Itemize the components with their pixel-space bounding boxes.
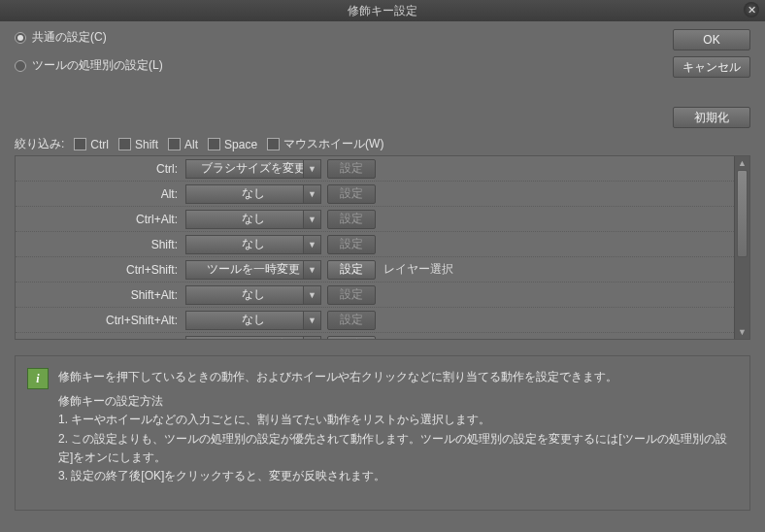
checkbox-icon [74, 138, 86, 150]
binding-set-button: 設定 [327, 210, 376, 229]
binding-row: Space:ツールを一時変更▼設定手のひら [16, 333, 734, 339]
scroll-thumb[interactable] [737, 170, 748, 257]
binding-set-button: 設定 [327, 285, 376, 305]
filter-alt-checkbox[interactable]: Alt [168, 138, 198, 151]
chevron-down-icon: ▼ [303, 286, 320, 304]
binding-set-button: 設定 [327, 235, 376, 254]
checkbox-icon [168, 138, 181, 150]
bindings-table: Ctrl:ブラシサイズを変更▼設定Alt:なし▼設定Ctrl+Alt:なし▼設定… [15, 155, 750, 340]
window-title: 修飾キー設定 [0, 3, 765, 19]
chevron-down-icon: ▼ [303, 261, 320, 279]
radio-common-settings[interactable]: 共通の設定(C) [15, 29, 750, 46]
chevron-down-icon: ▼ [303, 211, 320, 228]
binding-row: Alt:なし▼設定 [16, 182, 734, 207]
filter-row: 絞り込み: Ctrl Shift Alt Space マウスホイール(W) [15, 136, 383, 152]
chevron-down-icon: ▼ [303, 312, 320, 329]
binding-action-dropdown[interactable]: なし▼ [185, 311, 321, 330]
dropdown-value: なし [190, 185, 316, 202]
chevron-down-icon: ▼ [303, 185, 320, 203]
binding-extra-label: レイヤー選択 [383, 261, 453, 278]
scrollbar[interactable]: ▲ ▼ [734, 156, 749, 339]
radio-indicator-icon [15, 60, 26, 72]
ok-button[interactable]: OK [673, 29, 750, 50]
binding-action-dropdown[interactable]: なし▼ [185, 184, 321, 204]
binding-key-label: Ctrl+Alt: [16, 213, 185, 226]
chevron-down-icon: ▼ [303, 337, 320, 340]
binding-set-button: 設定 [327, 159, 376, 179]
binding-key-label: Ctrl+Shift+Alt: [16, 314, 185, 327]
dropdown-value: なし [190, 211, 316, 227]
info-icon: i [27, 368, 49, 389]
binding-row: Ctrl+Shift+Alt:なし▼設定 [16, 308, 734, 333]
binding-set-button: 設定 [327, 311, 376, 330]
radio-per-tool-settings[interactable]: ツールの処理別の設定(L) [15, 57, 750, 74]
chevron-down-icon: ▼ [303, 236, 320, 253]
checkbox-icon [118, 138, 131, 150]
binding-row: Ctrl+Alt:なし▼設定 [16, 207, 734, 232]
binding-row: Shift+Alt:なし▼設定 [16, 283, 734, 308]
binding-set-button: 設定 [327, 184, 376, 204]
binding-row: Ctrl+Shift:ツールを一時変更▼設定レイヤー選択 [16, 257, 734, 283]
binding-set-button[interactable]: 設定 [327, 336, 376, 340]
dropdown-value: なし [190, 236, 316, 252]
binding-key-label: Shift: [16, 238, 185, 251]
filter-mousewheel-checkbox[interactable]: マウスホイール(W) [267, 136, 383, 152]
binding-set-button[interactable]: 設定 [327, 260, 376, 280]
binding-key-label: Ctrl: [16, 162, 185, 176]
close-icon: ✕ [748, 4, 756, 17]
dropdown-value: なし [190, 286, 316, 303]
titlebar: 修飾キー設定 ✕ [0, 0, 765, 21]
binding-row: Shift:なし▼設定 [16, 232, 734, 257]
info-panel: i 修飾キーを押下しているときの動作、およびホイールや右クリックなどに割り当てる… [15, 355, 750, 511]
close-button[interactable]: ✕ [744, 2, 759, 17]
dropdown-value: なし [190, 312, 316, 328]
dropdown-value: ツールを一時変更 [190, 337, 316, 339]
scroll-up-icon[interactable]: ▲ [735, 156, 749, 170]
binding-action-dropdown[interactable]: なし▼ [185, 285, 321, 305]
radio-per-tool-label: ツールの処理別の設定(L) [32, 57, 163, 74]
binding-action-dropdown[interactable]: ツールを一時変更▼ [185, 336, 321, 340]
radio-common-label: 共通の設定(C) [32, 29, 107, 46]
binding-action-dropdown[interactable]: なし▼ [185, 210, 321, 229]
binding-key-label: Shift+Alt: [16, 288, 185, 302]
binding-extra-label: 手のひら [383, 337, 430, 339]
radio-indicator-icon [15, 32, 26, 44]
scroll-down-icon[interactable]: ▼ [735, 325, 749, 339]
filter-label: 絞り込み: [15, 136, 64, 152]
info-text: 修飾キーを押下しているときの動作、およびホイールや右クリックなどに割り当てる動作… [58, 368, 738, 498]
binding-key-label: Space: [16, 339, 185, 340]
binding-action-dropdown[interactable]: ツールを一時変更▼ [185, 260, 321, 280]
dropdown-value: ツールを一時変更 [190, 261, 316, 278]
binding-action-dropdown[interactable]: ブラシサイズを変更▼ [185, 159, 321, 179]
cancel-button[interactable]: キャンセル [673, 56, 750, 78]
checkbox-icon [267, 138, 280, 150]
filter-shift-checkbox[interactable]: Shift [118, 138, 158, 151]
checkbox-icon [208, 138, 220, 150]
initialize-button[interactable]: 初期化 [673, 107, 750, 128]
chevron-down-icon: ▼ [303, 160, 320, 178]
filter-space-checkbox[interactable]: Space [208, 138, 257, 151]
binding-row: Ctrl:ブラシサイズを変更▼設定 [16, 156, 734, 182]
dropdown-value: ブラシサイズを変更 [190, 160, 316, 177]
binding-action-dropdown[interactable]: なし▼ [185, 235, 321, 254]
filter-ctrl-checkbox[interactable]: Ctrl [74, 138, 109, 151]
binding-key-label: Alt: [16, 187, 185, 201]
binding-key-label: Ctrl+Shift: [16, 263, 185, 277]
